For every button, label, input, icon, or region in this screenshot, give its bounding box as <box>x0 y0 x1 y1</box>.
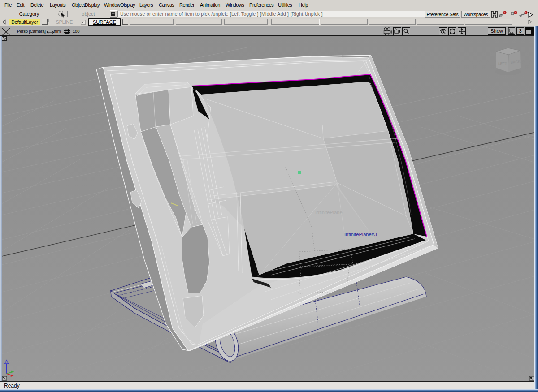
svg-text:LEFT: LEFT <box>498 61 507 66</box>
svg-text:InfinitePlane#3: InfinitePlane#3 <box>344 232 377 237</box>
svg-text:InfinitePlane: InfinitePlane <box>315 210 343 215</box>
